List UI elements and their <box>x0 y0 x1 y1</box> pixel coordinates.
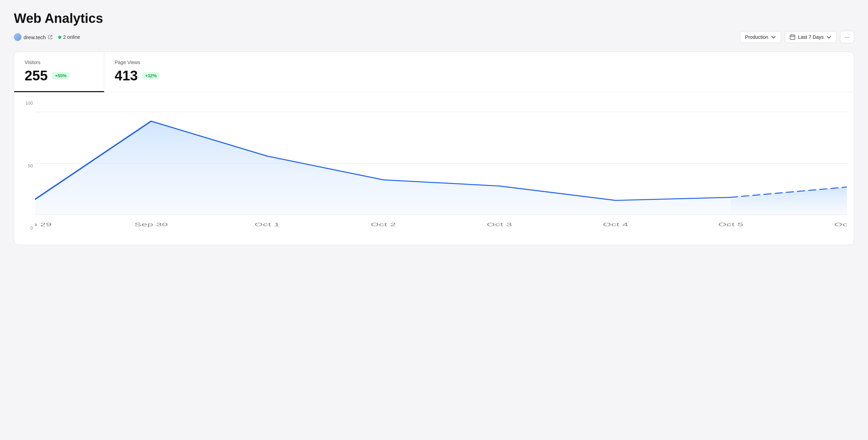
online-dot <box>58 36 61 39</box>
y-label-0: 0 <box>30 226 33 231</box>
visitors-value-row: 255 +55% <box>25 68 94 83</box>
visitors-value: 255 <box>25 68 48 83</box>
x-label-sep29: Sep 29 <box>35 222 52 227</box>
header-controls: Production Last 7 Days ··· <box>740 31 854 43</box>
analytics-card: Visitors 255 +55% Page Views 413 +32% 10… <box>14 52 854 245</box>
more-icon: ··· <box>844 34 850 41</box>
date-range-dropdown[interactable]: Last 7 Days <box>785 31 836 43</box>
page-title: Web Analytics <box>14 11 854 26</box>
avatar <box>14 33 21 41</box>
header-left: drew.tech 2 online <box>14 33 80 41</box>
y-label-50: 50 <box>28 163 33 168</box>
visitors-metric[interactable]: Visitors 255 +55% <box>14 52 104 92</box>
date-range-label: Last 7 Days <box>798 34 824 40</box>
chart-area-fill <box>35 121 731 215</box>
site-name: drew.tech <box>24 34 46 40</box>
x-label-oct5: Oct 5 <box>718 222 743 227</box>
visitors-badge: +55% <box>52 72 70 79</box>
y-axis-labels: 100 50 0 <box>18 100 33 231</box>
pageviews-label: Page Views <box>115 60 184 65</box>
external-link-icon[interactable] <box>48 35 53 39</box>
chart-svg: Sep 29 Sep 30 Oct 1 Oct 2 Oct 3 Oct 4 Oc… <box>35 100 847 238</box>
more-options-button[interactable]: ··· <box>840 31 854 43</box>
y-label-100: 100 <box>25 100 33 106</box>
chart-area: 100 50 0 <box>14 92 854 245</box>
site-info: drew.tech <box>14 33 53 41</box>
metrics-row: Visitors 255 +55% Page Views 413 +32% <box>14 52 854 92</box>
environment-dropdown[interactable]: Production <box>740 31 781 43</box>
online-badge: 2 online <box>58 34 80 40</box>
pageviews-badge: +32% <box>142 72 160 79</box>
x-label-sep30: Sep 30 <box>134 222 168 227</box>
pageviews-metric[interactable]: Page Views 413 +32% <box>104 52 194 92</box>
header-row: drew.tech 2 online Production Last 7 Day <box>14 31 854 43</box>
online-count: 2 online <box>63 34 80 40</box>
x-label-oct1: Oct 1 <box>255 222 280 227</box>
svg-rect-0 <box>790 35 795 39</box>
environment-label: Production <box>745 34 768 40</box>
x-label-oct3: Oct 3 <box>487 222 512 227</box>
pageviews-value-row: 413 +32% <box>115 68 184 83</box>
x-label-oct4: Oct 4 <box>603 222 628 227</box>
chart-area-dashed-fill <box>731 187 847 215</box>
x-label-oct6: Oct 6 <box>834 222 847 227</box>
pageviews-value: 413 <box>115 68 138 83</box>
x-label-oct2: Oct 2 <box>371 222 396 227</box>
visitors-label: Visitors <box>25 60 94 65</box>
